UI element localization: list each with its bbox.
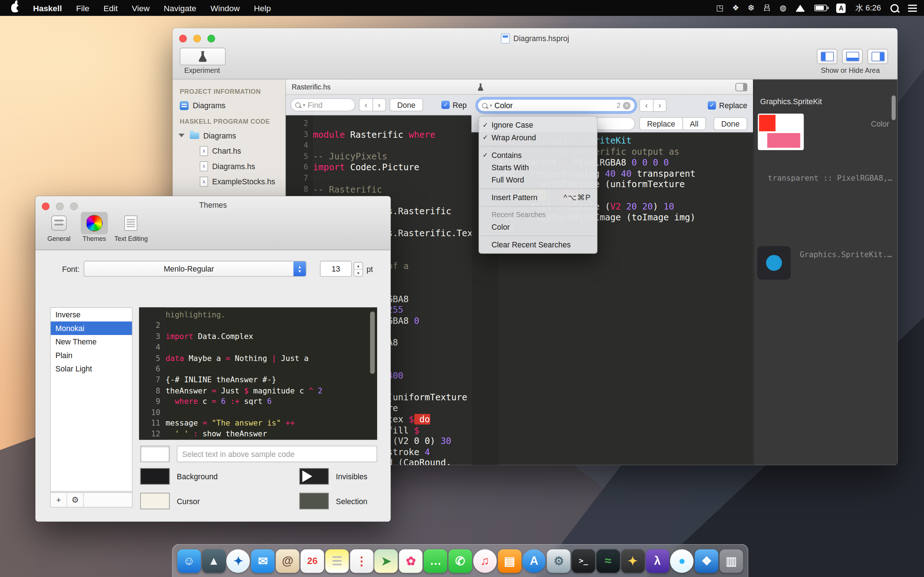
- theme-list-item-plain[interactable]: Plain: [50, 349, 132, 363]
- toggle-left-panel-button[interactable]: [817, 49, 837, 64]
- dock-activity-monitor[interactable]: ≈: [596, 549, 620, 572]
- menu-item-color[interactable]: Color: [479, 221, 597, 233]
- menu-extra-icon[interactable]: ◍: [780, 3, 787, 12]
- find-done-button[interactable]: Done: [389, 98, 423, 111]
- menu-item-insert-pattern[interactable]: Insert Pattern^⌥⌘P: [479, 192, 597, 204]
- image-result-card[interactable]: [757, 246, 791, 279]
- find-next-button[interactable]: ›: [653, 99, 667, 112]
- replace-toggle[interactable]: ✓ Replace: [708, 101, 747, 110]
- dock-app-blue-dot[interactable]: ●: [670, 549, 694, 572]
- dock-notes[interactable]: ☰: [325, 549, 349, 572]
- dock-contacts[interactable]: @: [276, 549, 299, 572]
- input-source-icon[interactable]: A: [836, 3, 846, 13]
- dock-trash[interactable]: ▥: [720, 549, 743, 572]
- menu-extra-icon[interactable]: ◳: [716, 3, 723, 12]
- sidebar-file-chart-hs[interactable]: λChart.hs: [173, 143, 285, 158]
- dock-photos[interactable]: ✿: [399, 549, 423, 572]
- preview-scrollbar[interactable]: [370, 311, 375, 374]
- menu-item-ignore-case[interactable]: ✓Ignore Case: [479, 119, 597, 131]
- menu-edit[interactable]: Edit: [96, 3, 125, 13]
- select-text-input[interactable]: [177, 446, 377, 462]
- replace-done-button[interactable]: Done: [714, 117, 747, 130]
- dock-launchpad[interactable]: ▲: [202, 549, 225, 572]
- dock-system-preferences[interactable]: ⚙: [547, 549, 571, 572]
- search-input[interactable]: ▾ Color 2 ✕: [477, 99, 635, 112]
- experiment-button[interactable]: [180, 48, 226, 65]
- search-options-chevron-icon[interactable]: ▾: [303, 102, 305, 108]
- tab-text-editing[interactable]: Text Editing: [115, 212, 148, 242]
- sidebar-file-diagrams-hs[interactable]: λDiagrams.hs: [173, 158, 285, 174]
- selected-token-color-well[interactable]: [141, 446, 170, 462]
- dock-app-dark-star[interactable]: ✦: [621, 549, 644, 572]
- replace-all-button[interactable]: All: [682, 117, 706, 130]
- popup-stepper-icon[interactable]: ▲▼: [294, 261, 306, 276]
- menu-item-clear-recent-searches[interactable]: Clear Recent Searches: [479, 239, 597, 251]
- dock-finder[interactable]: ☺: [177, 549, 201, 572]
- menu-item-starts-with[interactable]: Starts With: [479, 161, 597, 174]
- dock-terminal[interactable]: >_: [572, 549, 595, 572]
- menu-bar-clock[interactable]: 水 6:26: [855, 3, 881, 13]
- dock-messages[interactable]: …: [424, 549, 447, 572]
- notification-center-icon[interactable]: [908, 4, 917, 11]
- background-color-well[interactable]: [141, 468, 170, 485]
- theme-list-item-inverse[interactable]: Inverse: [50, 308, 132, 322]
- dock-ibooks[interactable]: ▤: [498, 549, 521, 572]
- dock-reminders[interactable]: ⋮: [350, 549, 373, 572]
- project-window-titlebar[interactable]: Diagrams.hsproj Experiment Show or Hide …: [173, 28, 897, 79]
- menu-view[interactable]: View: [125, 3, 157, 13]
- app-menu-title[interactable]: Haskell: [26, 3, 69, 13]
- sidebar-item-project[interactable]: Diagrams: [173, 98, 285, 113]
- menu-extra-icon[interactable]: 吕: [763, 3, 771, 13]
- dock-safari[interactable]: ✦: [227, 549, 250, 572]
- editor-right-header[interactable]: [472, 79, 753, 95]
- wifi-icon[interactable]: [796, 4, 805, 11]
- replace-button[interactable]: Replace: [639, 117, 682, 130]
- font-size-stepper[interactable]: ▲▼: [354, 262, 363, 277]
- themes-titlebar[interactable]: Themes GeneralThemesText Editing: [36, 196, 391, 250]
- spotlight-icon[interactable]: [890, 4, 899, 12]
- dock-itunes[interactable]: ♫: [473, 549, 497, 572]
- add-theme-button[interactable]: +: [50, 493, 67, 507]
- menu-extra-icon[interactable]: ❖: [732, 3, 739, 12]
- font-popup[interactable]: Menlo-Regular ▲▼: [84, 261, 307, 277]
- apple-menu-icon[interactable]: [11, 3, 19, 12]
- search-options-chevron-icon[interactable]: ▾: [490, 103, 492, 108]
- toggle-bottom-panel-button[interactable]: [842, 49, 863, 64]
- replace-toggle[interactable]: ✓ Rep: [441, 100, 467, 109]
- dock-app-store[interactable]: A: [522, 549, 546, 572]
- sidebar-folder-diagrams[interactable]: Diagrams: [173, 128, 285, 143]
- dock-haskell-for-mac[interactable]: λ: [646, 549, 669, 572]
- menu-item-wrap-around[interactable]: ✓Wrap Around: [479, 131, 597, 143]
- theme-preview-code[interactable]: highlighting.23import Data.Complex45data…: [139, 307, 377, 440]
- cursor-color-well[interactable]: [141, 493, 170, 509]
- dock-calendar[interactable]: 26: [300, 549, 324, 572]
- menu-item-contains[interactable]: ✓Contains: [479, 149, 597, 161]
- stepper-down-icon[interactable]: ▼: [354, 269, 362, 276]
- dock-parallels[interactable]: ❖: [695, 549, 718, 572]
- tab-general[interactable]: General: [44, 212, 74, 242]
- font-size-field[interactable]: 13: [320, 261, 352, 277]
- menu-navigate[interactable]: Navigate: [157, 3, 203, 13]
- dock-mail[interactable]: ✉: [251, 549, 275, 572]
- dock-maps[interactable]: ➤: [374, 549, 398, 572]
- menu-file[interactable]: File: [69, 3, 96, 13]
- theme-list-item-solar-light[interactable]: Solar Light: [50, 362, 132, 376]
- sidebar-file-examplestocks-hs[interactable]: λExampleStocks.hs: [173, 174, 285, 189]
- theme-list-item-new-theme[interactable]: New Theme: [50, 335, 132, 349]
- find-next-button[interactable]: ›: [373, 98, 386, 111]
- color-result-card[interactable]: [758, 114, 804, 150]
- theme-list-item-monokai[interactable]: Monokai: [50, 321, 132, 335]
- stepper-up-icon[interactable]: ▲: [354, 263, 362, 269]
- disclosure-triangle-icon[interactable]: [179, 134, 184, 137]
- find-input[interactable]: ▾ Find: [291, 98, 355, 111]
- find-previous-button[interactable]: ‹: [639, 99, 653, 112]
- toggle-right-panel-button[interactable]: [867, 49, 888, 64]
- theme-actions-gear-icon[interactable]: ⚙: [67, 493, 84, 507]
- tab-themes[interactable]: Themes: [79, 212, 110, 242]
- battery-icon[interactable]: [815, 5, 827, 11]
- dock-facetime[interactable]: ✆: [448, 549, 472, 572]
- checkbox-checked-icon[interactable]: ✓: [708, 102, 716, 110]
- menu-item-full-word[interactable]: Full Word: [479, 174, 597, 186]
- clear-search-icon[interactable]: ✕: [623, 102, 630, 109]
- results-scrollbar[interactable]: [892, 95, 895, 120]
